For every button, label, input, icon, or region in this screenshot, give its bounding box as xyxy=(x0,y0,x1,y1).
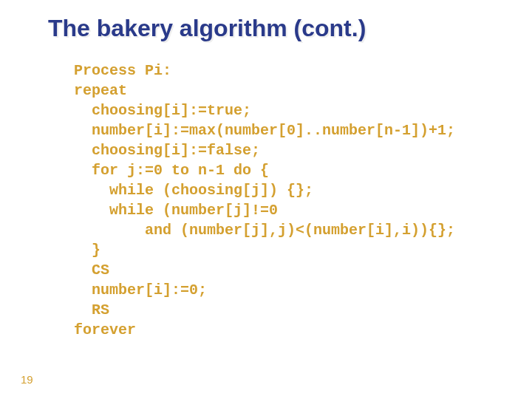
code-line-13: RS xyxy=(74,301,109,318)
code-line-5: choosing[i]:=false; xyxy=(74,142,260,159)
code-line-3: choosing[i]:=true; xyxy=(74,102,251,119)
code-line-4: number[i]:=max(number[0]..number[n-1])+1… xyxy=(74,122,455,139)
code-block: Process Pi: repeat choosing[i]:=true; nu… xyxy=(0,42,532,340)
slide-title: The bakery algorithm (cont.) xyxy=(0,0,532,42)
code-line-10: } xyxy=(74,242,100,259)
slide-number: 19 xyxy=(21,373,33,386)
code-line-14: forever xyxy=(74,321,136,338)
code-line-12: number[i]:=0; xyxy=(74,282,207,299)
code-line-1: Process Pi: xyxy=(74,62,171,79)
code-line-9: and (number[j],j)<(number[i],i)){}; xyxy=(74,222,455,239)
code-line-11: CS xyxy=(74,262,109,279)
code-line-6: for j:=0 to n-1 do { xyxy=(74,162,269,179)
code-line-7: while (choosing[j]) {}; xyxy=(74,182,313,199)
code-line-8: while (number[j]!=0 xyxy=(74,202,278,219)
code-line-2: repeat xyxy=(74,82,127,99)
